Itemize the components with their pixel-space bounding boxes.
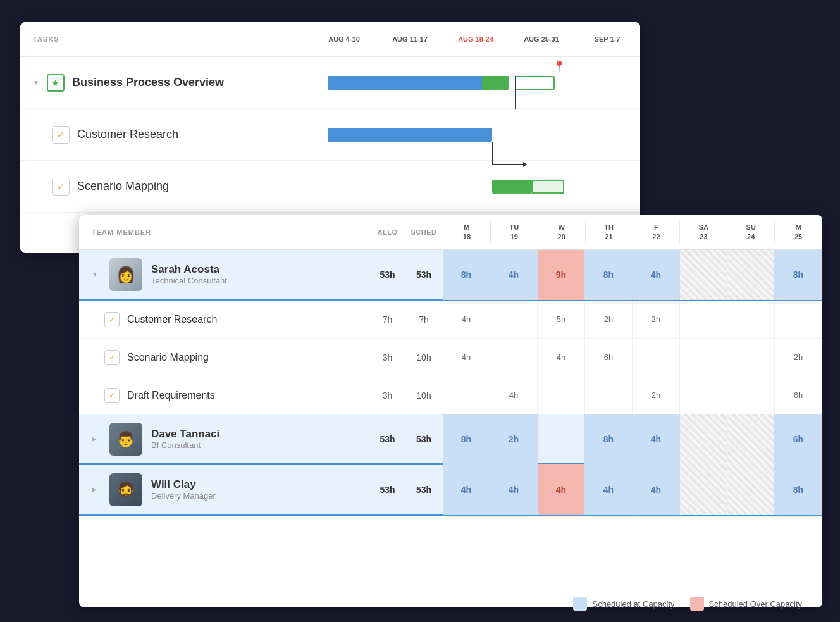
cr-day-7 [727, 301, 775, 339]
sm-day-5 [633, 339, 680, 376]
gantt-header: TASKS AUG 4-10 AUG 11-17 AUG 18-24 AUG 2… [20, 22, 640, 57]
person-role-dave: BI Consultant [151, 440, 219, 450]
person-details-dave: Dave Tannaci BI Consultant [151, 428, 219, 450]
dr-day-3 [538, 376, 585, 414]
will-day-6 [680, 464, 727, 515]
bar-sm-green [492, 180, 531, 194]
person-allo-will: 53h [370, 485, 405, 495]
person-row-dave: ▶ 👨 Dave Tannaci BI Consultant 53h 53h 8… [79, 414, 822, 465]
day-col-m25: M25 [775, 220, 822, 244]
will-day-5: 4h [633, 464, 680, 515]
task-name-bpo: Business Process Overview [72, 76, 224, 89]
sub-row-cr: ✓ Customer Research 7h 7h 4h 5h 2h 2h [79, 301, 822, 339]
avatar-dave: 👨 [109, 423, 142, 456]
sarah-day-4: 8h [585, 250, 633, 300]
expand-icon-bpo[interactable]: ▼ [33, 79, 39, 86]
sub-name-dr: Draft Requirements [127, 390, 215, 401]
bar-sm-outline [531, 180, 564, 194]
legend-item-over: Scheduled Over Capacity [690, 597, 802, 611]
sarah-day-3: 9h [538, 250, 585, 300]
day-col-su24: SU24 [727, 220, 775, 244]
expand-arrow-dave[interactable]: ▶ [92, 435, 101, 442]
cr-day-1: 4h [443, 301, 490, 339]
person-allo-sarah: 53h [370, 270, 405, 280]
gantt-task-sm-label: ✓ Scenario Mapping [20, 178, 311, 196]
person-name-sarah: Sarah Acosta [151, 263, 227, 276]
person-info-sarah: ▼ 👩 Sarah Acosta Technical Consultant [79, 258, 370, 291]
sub-icon-dr: ✓ [104, 388, 120, 403]
will-day-1: 4h [443, 464, 490, 515]
sub-icon-cr: ✓ [104, 312, 120, 327]
dave-day-7 [727, 414, 775, 464]
day-col-f22: F22 [633, 220, 681, 244]
sm-day-7 [727, 339, 775, 376]
legend-label-capacity: Scheduled at Capacity [592, 599, 674, 609]
gantt-row-cr: ✓ Customer Research [20, 109, 640, 161]
person-name-dave: Dave Tannaci [151, 428, 219, 440]
person-days-sarah: 8h 4h 9h 8h 4h 8h [443, 250, 822, 300]
person-days-will: 4h 4h 4h 4h 4h 8h [443, 464, 822, 515]
sarah-day-7 [727, 250, 775, 300]
dave-day-1: 8h [443, 414, 490, 464]
day-col-sa23: SA23 [680, 220, 727, 244]
avatar-dave-img: 👨 [109, 423, 142, 456]
legend: Scheduled at Capacity Scheduled Over Cap… [573, 597, 802, 611]
sub-allo-dr: 3h [370, 390, 405, 401]
sub-info-cr: ✓ Customer Research [79, 312, 370, 327]
will-day-4: 4h [585, 464, 633, 515]
gantt-row-bpo: ▼ ★ Business Process Overview [20, 57, 640, 109]
expand-arrow-sarah[interactable]: ▼ [92, 271, 101, 278]
person-role-will: Delivery Manager [151, 491, 216, 501]
current-date-pin: 📍 [553, 60, 565, 72]
person-info-will: ▶ 🧔 Will Clay Delivery Manager [79, 473, 370, 506]
gantt-weeks: AUG 4-10 AUG 11-17 AUG 18-24 AUG 25-31 S… [311, 35, 640, 43]
day-col-tu19: TU19 [491, 220, 538, 244]
sub-sched-dr: 10h [405, 390, 443, 401]
day-col-m18: M18 [443, 220, 491, 244]
dave-day-4: 8h [585, 414, 633, 464]
sm-day-8: 2h [775, 339, 822, 376]
sub-name-sm: Scenario Mapping [127, 352, 209, 363]
sub-sched-cr: 7h [405, 314, 443, 325]
cr-day-8 [775, 301, 822, 339]
sub-icon-sm: ✓ [104, 350, 120, 365]
star-icon-bpo: ★ [47, 74, 65, 92]
sub-row-dr: ✓ Draft Requirements 3h 10h 4h 2h 6h [79, 376, 822, 414]
gantt-body: ▼ ★ Business Process Overview ✓ [20, 57, 640, 213]
sm-day-4: 6h [585, 339, 633, 376]
legend-label-over: Scheduled Over Capacity [709, 599, 802, 609]
cr-day-3: 5h [538, 301, 585, 339]
sub-row-sm: ✓ Scenario Mapping 3h 10h 4h 4h 6h 2h [79, 339, 822, 376]
day-col-th21: TH21 [586, 220, 633, 244]
dave-day-3 [538, 414, 585, 464]
person-role-sarah: Technical Consultant [151, 276, 227, 285]
will-day-7 [727, 464, 775, 515]
resource-body: ▼ 👩 Sarah Acosta Technical Consultant 53… [79, 250, 822, 516]
person-days-dave: 8h 2h 8h 4h 6h [443, 414, 822, 464]
bar-bpo-green [482, 76, 509, 90]
cr-day-5: 2h [633, 301, 680, 339]
task-name-sm: Scenario Mapping [77, 180, 169, 193]
dave-day-8: 6h [775, 414, 822, 464]
sub-days-dr: 4h 2h 6h [443, 376, 822, 414]
task-name-cr: Customer Research [77, 128, 178, 141]
sub-sched-sm: 10h [405, 352, 443, 363]
sub-info-sm: ✓ Scenario Mapping [79, 350, 370, 365]
avatar-will: 🧔 [109, 473, 142, 506]
resource-allo-label: ALLO [370, 228, 405, 236]
sarah-day-5: 4h [633, 250, 680, 300]
dave-day-5: 4h [633, 414, 680, 464]
sarah-day-1: 8h [443, 250, 490, 300]
will-day-3: 4h [538, 464, 585, 515]
dr-day-6 [680, 376, 727, 414]
gantt-bars-sm [311, 161, 640, 213]
person-allo-dave: 53h [370, 434, 405, 444]
person-sched-sarah: 53h [405, 270, 443, 280]
avatar-sarah: 👩 [109, 258, 142, 291]
gantt-task-bpo-label: ▼ ★ Business Process Overview [20, 74, 311, 92]
person-name-will: Will Clay [151, 478, 216, 491]
resource-member-label: TEAM MEMBER [79, 228, 370, 236]
expand-arrow-will[interactable]: ▶ [92, 486, 101, 493]
bar-bpo-blue [328, 76, 509, 90]
sub-allo-cr: 7h [370, 314, 405, 325]
